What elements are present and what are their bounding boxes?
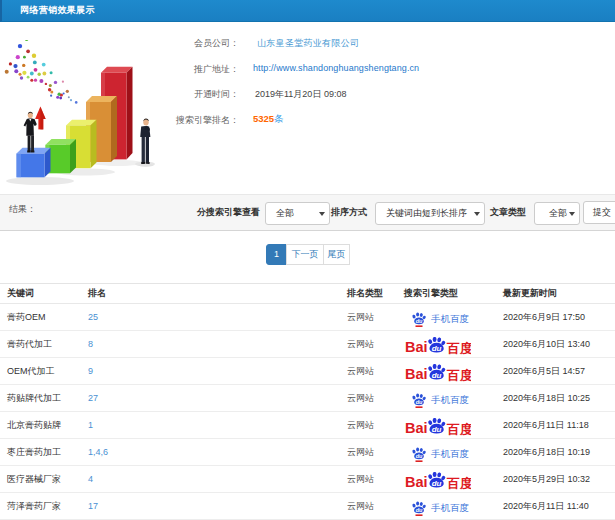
svg-text:du: du: [432, 479, 442, 488]
svg-text:du: du: [416, 399, 423, 405]
svg-text:百度: 百度: [446, 368, 471, 383]
svg-text:Bai: Bai: [405, 420, 428, 436]
svg-text:Bai: Bai: [405, 339, 428, 355]
svg-text:百度: 百度: [446, 422, 471, 437]
svg-text:百度: 百度: [446, 476, 471, 491]
svg-text:du: du: [416, 318, 423, 324]
svg-text:Bai: Bai: [405, 366, 428, 382]
svg-text:du: du: [416, 507, 423, 513]
svg-text:百度: 百度: [446, 341, 471, 356]
svg-text:Bai: Bai: [405, 474, 428, 490]
svg-text:du: du: [432, 425, 442, 434]
svg-text:du: du: [432, 371, 442, 380]
svg-text:du: du: [416, 453, 423, 459]
svg-text:du: du: [432, 344, 442, 353]
